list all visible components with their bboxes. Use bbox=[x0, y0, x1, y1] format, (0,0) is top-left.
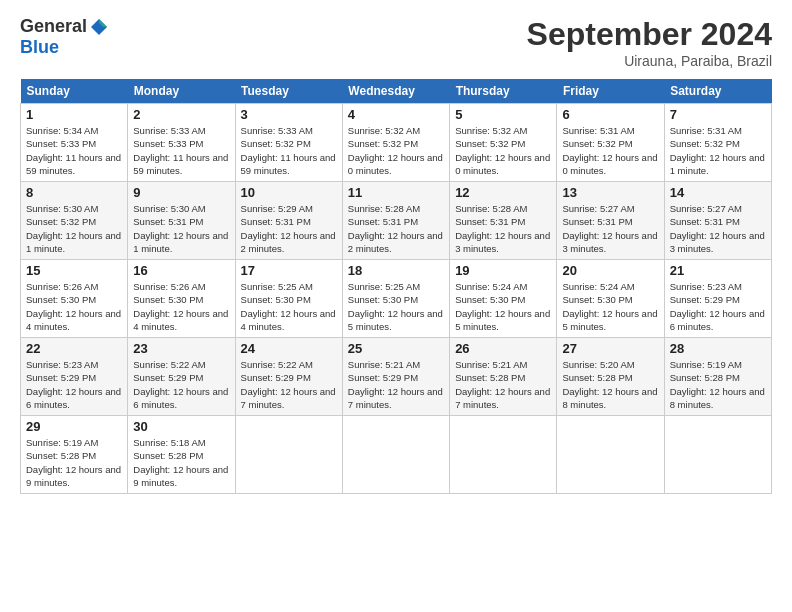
day-detail: Sunrise: 5:30 AM Sunset: 5:31 PM Dayligh… bbox=[133, 202, 229, 255]
table-row: 16Sunrise: 5:26 AM Sunset: 5:30 PM Dayli… bbox=[128, 260, 235, 338]
day-detail: Sunrise: 5:18 AM Sunset: 5:28 PM Dayligh… bbox=[133, 436, 229, 489]
logo-icon bbox=[89, 17, 109, 37]
logo-blue-text: Blue bbox=[20, 37, 59, 58]
day-detail: Sunrise: 5:19 AM Sunset: 5:28 PM Dayligh… bbox=[26, 436, 122, 489]
page-header: General Blue September 2024 Uirauna, Par… bbox=[20, 16, 772, 69]
calendar-page: General Blue September 2024 Uirauna, Par… bbox=[0, 0, 792, 612]
day-number: 15 bbox=[26, 263, 122, 278]
day-detail: Sunrise: 5:27 AM Sunset: 5:31 PM Dayligh… bbox=[670, 202, 766, 255]
day-detail: Sunrise: 5:23 AM Sunset: 5:29 PM Dayligh… bbox=[670, 280, 766, 333]
day-number: 13 bbox=[562, 185, 658, 200]
table-row: 6Sunrise: 5:31 AM Sunset: 5:32 PM Daylig… bbox=[557, 104, 664, 182]
table-row bbox=[557, 416, 664, 494]
table-row: 19Sunrise: 5:24 AM Sunset: 5:30 PM Dayli… bbox=[450, 260, 557, 338]
day-number: 12 bbox=[455, 185, 551, 200]
table-row: 7Sunrise: 5:31 AM Sunset: 5:32 PM Daylig… bbox=[664, 104, 771, 182]
calendar-week-row: 22Sunrise: 5:23 AM Sunset: 5:29 PM Dayli… bbox=[21, 338, 772, 416]
day-detail: Sunrise: 5:29 AM Sunset: 5:31 PM Dayligh… bbox=[241, 202, 337, 255]
day-number: 2 bbox=[133, 107, 229, 122]
header-friday: Friday bbox=[557, 79, 664, 104]
day-number: 8 bbox=[26, 185, 122, 200]
day-headers-row: Sunday Monday Tuesday Wednesday Thursday… bbox=[21, 79, 772, 104]
day-detail: Sunrise: 5:24 AM Sunset: 5:30 PM Dayligh… bbox=[562, 280, 658, 333]
day-detail: Sunrise: 5:21 AM Sunset: 5:28 PM Dayligh… bbox=[455, 358, 551, 411]
day-number: 19 bbox=[455, 263, 551, 278]
table-row: 27Sunrise: 5:20 AM Sunset: 5:28 PM Dayli… bbox=[557, 338, 664, 416]
table-row: 8Sunrise: 5:30 AM Sunset: 5:32 PM Daylig… bbox=[21, 182, 128, 260]
day-number: 28 bbox=[670, 341, 766, 356]
table-row: 26Sunrise: 5:21 AM Sunset: 5:28 PM Dayli… bbox=[450, 338, 557, 416]
table-row bbox=[450, 416, 557, 494]
day-detail: Sunrise: 5:34 AM Sunset: 5:33 PM Dayligh… bbox=[26, 124, 122, 177]
day-number: 26 bbox=[455, 341, 551, 356]
table-row: 1Sunrise: 5:34 AM Sunset: 5:33 PM Daylig… bbox=[21, 104, 128, 182]
table-row: 9Sunrise: 5:30 AM Sunset: 5:31 PM Daylig… bbox=[128, 182, 235, 260]
table-row: 24Sunrise: 5:22 AM Sunset: 5:29 PM Dayli… bbox=[235, 338, 342, 416]
day-detail: Sunrise: 5:22 AM Sunset: 5:29 PM Dayligh… bbox=[241, 358, 337, 411]
day-number: 1 bbox=[26, 107, 122, 122]
day-number: 10 bbox=[241, 185, 337, 200]
day-number: 27 bbox=[562, 341, 658, 356]
table-row: 30Sunrise: 5:18 AM Sunset: 5:28 PM Dayli… bbox=[128, 416, 235, 494]
calendar-week-row: 29Sunrise: 5:19 AM Sunset: 5:28 PM Dayli… bbox=[21, 416, 772, 494]
table-row bbox=[664, 416, 771, 494]
day-number: 25 bbox=[348, 341, 444, 356]
title-section: September 2024 Uirauna, Paraiba, Brazil bbox=[527, 16, 772, 69]
day-number: 9 bbox=[133, 185, 229, 200]
table-row: 10Sunrise: 5:29 AM Sunset: 5:31 PM Dayli… bbox=[235, 182, 342, 260]
table-row: 29Sunrise: 5:19 AM Sunset: 5:28 PM Dayli… bbox=[21, 416, 128, 494]
day-detail: Sunrise: 5:27 AM Sunset: 5:31 PM Dayligh… bbox=[562, 202, 658, 255]
table-row: 15Sunrise: 5:26 AM Sunset: 5:30 PM Dayli… bbox=[21, 260, 128, 338]
day-detail: Sunrise: 5:20 AM Sunset: 5:28 PM Dayligh… bbox=[562, 358, 658, 411]
table-row: 28Sunrise: 5:19 AM Sunset: 5:28 PM Dayli… bbox=[664, 338, 771, 416]
header-saturday: Saturday bbox=[664, 79, 771, 104]
header-thursday: Thursday bbox=[450, 79, 557, 104]
day-number: 6 bbox=[562, 107, 658, 122]
day-number: 14 bbox=[670, 185, 766, 200]
table-row bbox=[235, 416, 342, 494]
calendar-week-row: 1Sunrise: 5:34 AM Sunset: 5:33 PM Daylig… bbox=[21, 104, 772, 182]
day-detail: Sunrise: 5:32 AM Sunset: 5:32 PM Dayligh… bbox=[455, 124, 551, 177]
day-detail: Sunrise: 5:30 AM Sunset: 5:32 PM Dayligh… bbox=[26, 202, 122, 255]
calendar-table: Sunday Monday Tuesday Wednesday Thursday… bbox=[20, 79, 772, 494]
table-row: 12Sunrise: 5:28 AM Sunset: 5:31 PM Dayli… bbox=[450, 182, 557, 260]
day-number: 5 bbox=[455, 107, 551, 122]
table-row bbox=[342, 416, 449, 494]
table-row: 2Sunrise: 5:33 AM Sunset: 5:33 PM Daylig… bbox=[128, 104, 235, 182]
day-detail: Sunrise: 5:31 AM Sunset: 5:32 PM Dayligh… bbox=[562, 124, 658, 177]
month-title: September 2024 bbox=[527, 16, 772, 53]
day-detail: Sunrise: 5:24 AM Sunset: 5:30 PM Dayligh… bbox=[455, 280, 551, 333]
day-detail: Sunrise: 5:33 AM Sunset: 5:32 PM Dayligh… bbox=[241, 124, 337, 177]
table-row: 25Sunrise: 5:21 AM Sunset: 5:29 PM Dayli… bbox=[342, 338, 449, 416]
day-number: 4 bbox=[348, 107, 444, 122]
table-row: 22Sunrise: 5:23 AM Sunset: 5:29 PM Dayli… bbox=[21, 338, 128, 416]
day-number: 20 bbox=[562, 263, 658, 278]
table-row: 18Sunrise: 5:25 AM Sunset: 5:30 PM Dayli… bbox=[342, 260, 449, 338]
table-row: 21Sunrise: 5:23 AM Sunset: 5:29 PM Dayli… bbox=[664, 260, 771, 338]
table-row: 11Sunrise: 5:28 AM Sunset: 5:31 PM Dayli… bbox=[342, 182, 449, 260]
day-detail: Sunrise: 5:23 AM Sunset: 5:29 PM Dayligh… bbox=[26, 358, 122, 411]
day-number: 16 bbox=[133, 263, 229, 278]
calendar-week-row: 15Sunrise: 5:26 AM Sunset: 5:30 PM Dayli… bbox=[21, 260, 772, 338]
logo: General Blue bbox=[20, 16, 109, 58]
day-number: 30 bbox=[133, 419, 229, 434]
logo-general-text: General bbox=[20, 16, 87, 37]
day-number: 18 bbox=[348, 263, 444, 278]
table-row: 13Sunrise: 5:27 AM Sunset: 5:31 PM Dayli… bbox=[557, 182, 664, 260]
day-detail: Sunrise: 5:26 AM Sunset: 5:30 PM Dayligh… bbox=[133, 280, 229, 333]
day-detail: Sunrise: 5:28 AM Sunset: 5:31 PM Dayligh… bbox=[455, 202, 551, 255]
day-number: 23 bbox=[133, 341, 229, 356]
day-detail: Sunrise: 5:25 AM Sunset: 5:30 PM Dayligh… bbox=[348, 280, 444, 333]
table-row: 3Sunrise: 5:33 AM Sunset: 5:32 PM Daylig… bbox=[235, 104, 342, 182]
day-detail: Sunrise: 5:33 AM Sunset: 5:33 PM Dayligh… bbox=[133, 124, 229, 177]
day-number: 11 bbox=[348, 185, 444, 200]
day-number: 21 bbox=[670, 263, 766, 278]
table-row: 4Sunrise: 5:32 AM Sunset: 5:32 PM Daylig… bbox=[342, 104, 449, 182]
header-sunday: Sunday bbox=[21, 79, 128, 104]
day-detail: Sunrise: 5:26 AM Sunset: 5:30 PM Dayligh… bbox=[26, 280, 122, 333]
table-row: 5Sunrise: 5:32 AM Sunset: 5:32 PM Daylig… bbox=[450, 104, 557, 182]
table-row: 17Sunrise: 5:25 AM Sunset: 5:30 PM Dayli… bbox=[235, 260, 342, 338]
day-detail: Sunrise: 5:22 AM Sunset: 5:29 PM Dayligh… bbox=[133, 358, 229, 411]
table-row: 20Sunrise: 5:24 AM Sunset: 5:30 PM Dayli… bbox=[557, 260, 664, 338]
header-wednesday: Wednesday bbox=[342, 79, 449, 104]
